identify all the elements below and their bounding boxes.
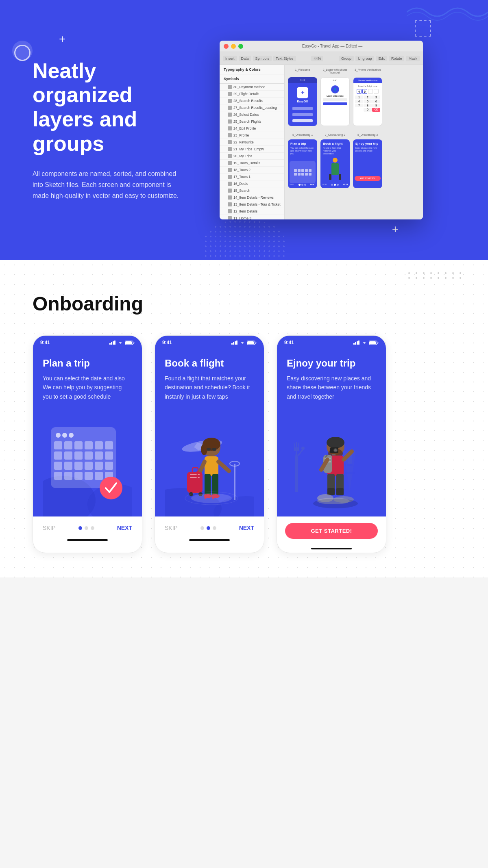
nav-dot-active <box>78 526 82 530</box>
phone-bottom-enjoy: GET STARTED! <box>277 516 386 544</box>
sketch-layer-item[interactable]: 26_Select Dates <box>220 111 284 118</box>
phone-card-enjoy-trip: 9:41 Ejnoy your trip Easy discovering ne… <box>277 335 386 553</box>
sketch-screen-onboard2: Book a flight Found a flight that matche… <box>320 139 350 188</box>
svg-rect-56 <box>212 474 218 496</box>
svg-rect-109 <box>336 488 344 495</box>
svg-rect-106 <box>327 474 335 490</box>
sketch-layer-item[interactable]: 22_Favourite <box>220 139 284 146</box>
sketch-layer-item[interactable]: 24_Edit Profile <box>220 125 284 132</box>
svg-rect-28 <box>95 462 103 470</box>
signal-icon <box>109 341 116 345</box>
plan-trip-title: Plan a trip <box>43 358 132 369</box>
hero-plus-br-icon: + <box>392 223 399 236</box>
sketch-layer-item[interactable]: 20_My Trips <box>220 153 284 160</box>
hero-right-content: EasyGo - Travel App — Edited — Insert Da… <box>187 41 455 219</box>
svg-rect-21 <box>85 451 93 460</box>
svg-point-36 <box>100 477 122 499</box>
sketch-layer-item[interactable]: 30_Payment method <box>220 84 284 91</box>
svg-point-94 <box>327 437 344 448</box>
svg-rect-82 <box>294 447 299 451</box>
svg-rect-2 <box>113 341 114 345</box>
sketch-layer-item[interactable]: 11_Home 3 <box>220 215 284 219</box>
section-corner-dots <box>408 272 464 279</box>
sketch-tab-insert[interactable]: Insert <box>223 56 237 61</box>
enjoy-trip-svg <box>287 411 376 516</box>
svg-rect-12 <box>54 441 62 449</box>
sketch-tab-symbols[interactable]: Symbols <box>253 56 272 61</box>
status-icons-2 <box>231 341 257 345</box>
sketch-layer-item[interactable]: 17_Tours 1 <box>220 174 284 180</box>
sketch-layer-item[interactable]: 13_Item Details - Tour & Ticket <box>220 201 284 208</box>
nav-dot-inactive <box>91 526 94 530</box>
next-label-2[interactable]: NEXT <box>239 525 254 531</box>
sketch-screen-login: 9:41 👤 Login with phone <box>320 77 350 126</box>
sketch-window: EasyGo - Travel App — Edited — Insert Da… <box>220 41 423 219</box>
svg-rect-55 <box>205 474 211 496</box>
hero-description: All components are named, sorted, and co… <box>33 168 187 202</box>
svg-rect-25 <box>64 462 72 470</box>
sketch-layer-item[interactable]: 28_Search Results <box>220 98 284 104</box>
signal-icon-2 <box>231 341 238 345</box>
status-time-2: 9:41 <box>162 340 172 345</box>
sketch-zoom[interactable]: 44% <box>311 56 323 61</box>
sketch-layer-item[interactable]: 15_Search <box>220 187 284 194</box>
sketch-minimize-btn[interactable] <box>231 44 236 49</box>
svg-point-10 <box>62 433 67 438</box>
sketch-body: Typography & Colors Symbols 30_Payment m… <box>220 65 423 219</box>
home-indicator-1 <box>67 539 108 541</box>
sketch-tab-text-styles[interactable]: Text Styles <box>273 56 296 61</box>
next-label-1[interactable]: NEXT <box>117 525 132 531</box>
sketch-layer-item[interactable]: 14_Item Details - Reviews <box>220 194 284 201</box>
book-flight-desc: Found a flight that matches your destina… <box>165 374 254 401</box>
sketch-edit[interactable]: Edit <box>376 56 387 61</box>
sketch-layer-item[interactable]: 29_Flight Details <box>220 91 284 98</box>
sketch-tab-data[interactable]: Data <box>239 56 251 61</box>
wifi-icon-2 <box>240 341 245 345</box>
phone-status-bar-3: 9:41 <box>277 336 386 348</box>
sketch-layer-item[interactable]: 27_Search Results_Loading <box>220 104 284 111</box>
sketch-symbols-header: Symbols <box>220 74 284 84</box>
sketch-layers-panel: Typography & Colors Symbols 30_Payment m… <box>220 65 285 219</box>
get-started-button[interactable]: GET STARTED! <box>285 523 378 539</box>
sketch-layer-item[interactable]: 19_Tours_Details <box>220 160 284 167</box>
sketch-screen-welcome: 9:41 ✈ EasyGO <box>288 77 317 126</box>
sketch-ungroup[interactable]: Ungroup <box>355 56 375 61</box>
svg-point-50 <box>201 444 207 455</box>
enjoy-trip-illustration <box>287 411 376 516</box>
svg-rect-16 <box>95 441 103 449</box>
sketch-mask[interactable]: Mask <box>406 56 420 61</box>
svg-rect-74 <box>353 343 355 345</box>
svg-rect-3 <box>114 341 115 345</box>
hero-section: + + Neatly organized layers and groups A… <box>0 0 488 260</box>
svg-rect-13 <box>64 441 72 449</box>
svg-rect-52 <box>212 448 216 451</box>
svg-rect-40 <box>236 341 237 345</box>
sketch-layer-item[interactable]: 12_Item Details <box>220 208 284 215</box>
svg-rect-23 <box>105 451 113 460</box>
svg-rect-39 <box>235 341 236 345</box>
svg-line-85 <box>298 443 299 447</box>
svg-rect-65 <box>190 477 200 478</box>
svg-line-61 <box>218 462 229 471</box>
sketch-layer-item[interactable]: 25_Search Flights <box>220 118 284 125</box>
sketch-group[interactable]: Group <box>339 56 354 61</box>
svg-rect-42 <box>247 341 254 344</box>
svg-point-113 <box>313 499 358 508</box>
sketch-maximize-btn[interactable] <box>238 44 243 49</box>
sketch-layer-item[interactable]: 21_My Trips_Empty <box>220 146 284 153</box>
sketch-layer-item[interactable]: 23_Profile <box>220 132 284 139</box>
skip-label-2[interactable]: SKIP <box>165 525 178 531</box>
svg-point-97 <box>334 449 337 451</box>
sketch-close-btn[interactable] <box>224 44 229 49</box>
onboarding-section: Onboarding 9:41 Plan a trip You can sele… <box>0 260 488 577</box>
sketch-layer-item[interactable]: 18_Tours 2 <box>220 167 284 174</box>
enjoy-trip-title: Ejnoy your trip <box>287 358 376 369</box>
skip-label-1[interactable]: SKIP <box>43 525 56 531</box>
nav-dots-1 <box>78 526 94 530</box>
sketch-rotate[interactable]: Rotate <box>389 56 405 61</box>
phone-card-plan-trip: 9:41 Plan a trip You can select the date… <box>33 335 142 553</box>
svg-rect-79 <box>369 341 376 344</box>
sketch-layer-item[interactable]: 16_Deals <box>220 180 284 187</box>
svg-rect-26 <box>74 462 83 470</box>
svg-rect-30 <box>54 472 62 480</box>
